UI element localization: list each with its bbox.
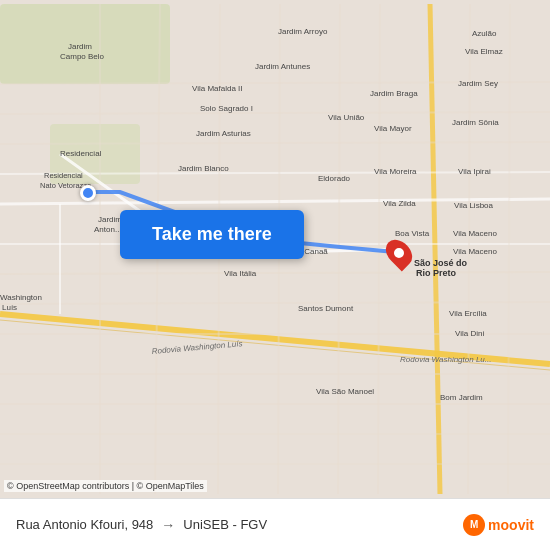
- svg-text:Eldorado: Eldorado: [318, 174, 351, 183]
- svg-text:Jardim Blanco: Jardim Blanco: [178, 164, 229, 173]
- bottom-bar: Rua Antonio Kfouri, 948 → UniSEB - FGV M…: [0, 498, 550, 550]
- svg-text:Santos Dumont: Santos Dumont: [298, 304, 354, 313]
- app: Jardim Campo Belo Jardim Arroyo Azulão V…: [0, 0, 550, 550]
- svg-text:Washington: Washington: [0, 293, 42, 302]
- svg-text:Residencial: Residencial: [44, 171, 83, 180]
- moovit-logo: M moovit: [463, 514, 534, 536]
- svg-text:Vila Zilda: Vila Zilda: [383, 199, 416, 208]
- map-attribution: © OpenStreetMap contributors | © OpenMap…: [4, 480, 207, 492]
- origin-marker: [80, 185, 96, 201]
- svg-text:Solo Sagrado I: Solo Sagrado I: [200, 104, 253, 113]
- svg-text:Vila Mafalda II: Vila Mafalda II: [192, 84, 243, 93]
- destination-label: UniSEB - FGV: [183, 517, 267, 532]
- svg-text:Vila Dini: Vila Dini: [455, 329, 484, 338]
- svg-text:Vila São Manoel: Vila São Manoel: [316, 387, 374, 396]
- svg-text:Jardim Sônia: Jardim Sônia: [452, 118, 499, 127]
- svg-text:Azulão: Azulão: [472, 29, 497, 38]
- svg-text:Vila Moreira: Vila Moreira: [374, 167, 417, 176]
- svg-text:Vila Ipirai: Vila Ipirai: [458, 167, 491, 176]
- svg-text:Campo Belo: Campo Belo: [60, 52, 105, 61]
- svg-text:Jardim: Jardim: [68, 42, 92, 51]
- svg-text:Vila Maceno: Vila Maceno: [453, 229, 497, 238]
- svg-text:Vila Elmaz: Vila Elmaz: [465, 47, 503, 56]
- origin-label: Rua Antonio Kfouri, 948: [16, 517, 153, 532]
- svg-text:Vila União: Vila União: [328, 113, 365, 122]
- svg-text:Jardim Asturias: Jardim Asturias: [196, 129, 251, 138]
- svg-text:Jardim Sey: Jardim Sey: [458, 79, 498, 88]
- svg-text:Jardim Braga: Jardim Braga: [370, 89, 418, 98]
- destination-marker: [388, 238, 410, 268]
- map-container: Jardim Campo Belo Jardim Arroyo Azulão V…: [0, 0, 550, 498]
- moovit-logo-icon: M: [463, 514, 485, 536]
- svg-text:Rodovia Washington Lu...: Rodovia Washington Lu...: [400, 355, 491, 364]
- svg-text:Luís: Luís: [2, 303, 17, 312]
- svg-text:Residencial: Residencial: [60, 149, 102, 158]
- svg-text:Rio Preto: Rio Preto: [416, 268, 457, 278]
- take-me-there-button[interactable]: Take me there: [120, 210, 304, 259]
- svg-text:Jardim Arroyo: Jardim Arroyo: [278, 27, 328, 36]
- svg-text:Boa Vista: Boa Vista: [395, 229, 430, 238]
- svg-text:Vila Maceno: Vila Maceno: [453, 247, 497, 256]
- moovit-logo-text: moovit: [488, 517, 534, 533]
- svg-text:Jardim Antunes: Jardim Antunes: [255, 62, 310, 71]
- arrow-icon: →: [161, 517, 175, 533]
- svg-text:Anton...: Anton...: [94, 225, 122, 234]
- svg-text:Vila Itália: Vila Itália: [224, 269, 257, 278]
- svg-text:São José do: São José do: [414, 258, 468, 268]
- svg-text:Vila Lisboa: Vila Lisboa: [454, 201, 494, 210]
- svg-text:Jardim: Jardim: [98, 215, 122, 224]
- svg-text:Vila Mayor: Vila Mayor: [374, 124, 412, 133]
- svg-text:Vila Ercília: Vila Ercília: [449, 309, 487, 318]
- svg-text:Bom Jardim: Bom Jardim: [440, 393, 483, 402]
